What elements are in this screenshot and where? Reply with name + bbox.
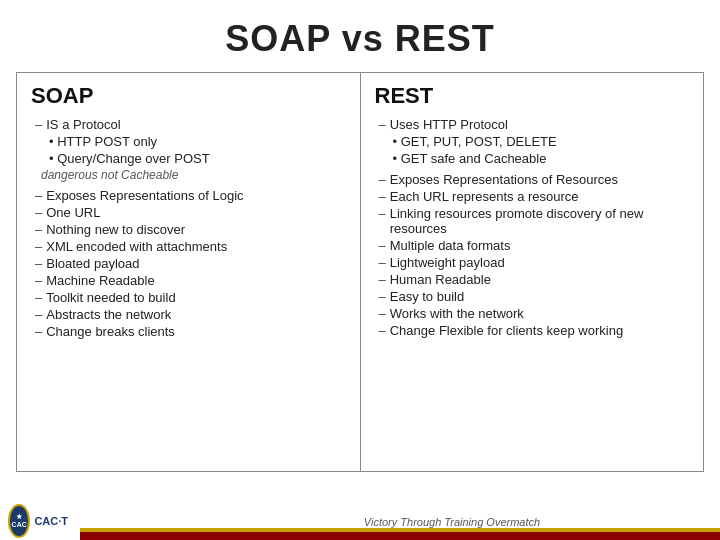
comparison-table: SOAP – IS a Protocol • HTTP POST only • … xyxy=(16,72,704,472)
soap-item-0: –Exposes Representations of Logic xyxy=(31,188,346,203)
footer: ★CAC CAC·T Victory Through Training Over… xyxy=(0,502,720,540)
rest-item-0: –Exposes Representations of Resources xyxy=(375,172,690,187)
rest-item-7: –Works with the network xyxy=(375,306,690,321)
soap-note: dangerous not Cacheable xyxy=(41,168,346,182)
footer-tagline: Victory Through Training Overmatch xyxy=(200,516,704,528)
rest-item-6: –Easy to build xyxy=(375,289,690,304)
rest-item-2: –Linking resources promote discovery of … xyxy=(375,206,690,236)
rest-bullet-2: • GET safe and Cacheable xyxy=(375,151,690,166)
soap-bullet-1: • HTTP POST only xyxy=(31,134,346,149)
rest-intro-item: – Uses HTTP Protocol xyxy=(375,117,690,132)
rest-bullet-1: • GET, PUT, POST, DELETE xyxy=(375,134,690,149)
soap-item-2: –Nothing new to discover xyxy=(31,222,346,237)
page-title: SOAP vs REST xyxy=(0,0,720,72)
rest-item-8: –Change Flexible for clients keep workin… xyxy=(375,323,690,338)
rest-column: REST – Uses HTTP Protocol • GET, PUT, PO… xyxy=(361,73,704,471)
logo-circle: ★CAC xyxy=(8,504,30,538)
rest-item-3: –Multiple data formats xyxy=(375,238,690,253)
soap-item-1: –One URL xyxy=(31,205,346,220)
footer-logo: ★CAC CAC·T xyxy=(8,503,68,539)
soap-item-4: –Bloated payload xyxy=(31,256,346,271)
rest-list: – Uses HTTP Protocol • GET, PUT, POST, D… xyxy=(375,117,690,166)
soap-intro-text: IS a Protocol xyxy=(46,117,120,132)
dash-icon: – xyxy=(35,117,42,132)
soap-item-6: –Toolkit needed to build xyxy=(31,290,346,305)
soap-items-list: –Exposes Representations of Logic –One U… xyxy=(31,188,346,339)
rest-item-5: –Human Readable xyxy=(375,272,690,287)
soap-intro-item: – IS a Protocol xyxy=(31,117,346,132)
rest-intro-text: Uses HTTP Protocol xyxy=(390,117,508,132)
dash-icon: – xyxy=(379,117,386,132)
soap-bullet-2: • Query/Change over POST xyxy=(31,151,346,166)
soap-item-3: –XML encoded with attachments xyxy=(31,239,346,254)
soap-item-8: –Change breaks clients xyxy=(31,324,346,339)
soap-item-7: –Abstracts the network xyxy=(31,307,346,322)
soap-list: – IS a Protocol • HTTP POST only • Query… xyxy=(31,117,346,166)
soap-column: SOAP – IS a Protocol • HTTP POST only • … xyxy=(17,73,361,471)
logo-circle-inner: ★CAC xyxy=(12,513,27,528)
soap-item-5: –Machine Readable xyxy=(31,273,346,288)
footer-red-bar xyxy=(80,532,720,540)
rest-items-list: –Exposes Representations of Resources –E… xyxy=(375,172,690,338)
rest-item-4: –Lightweight payload xyxy=(375,255,690,270)
soap-header: SOAP xyxy=(31,83,346,109)
logo-text: CAC·T xyxy=(34,515,68,527)
rest-header: REST xyxy=(375,83,690,109)
rest-item-1: –Each URL represents a resource xyxy=(375,189,690,204)
